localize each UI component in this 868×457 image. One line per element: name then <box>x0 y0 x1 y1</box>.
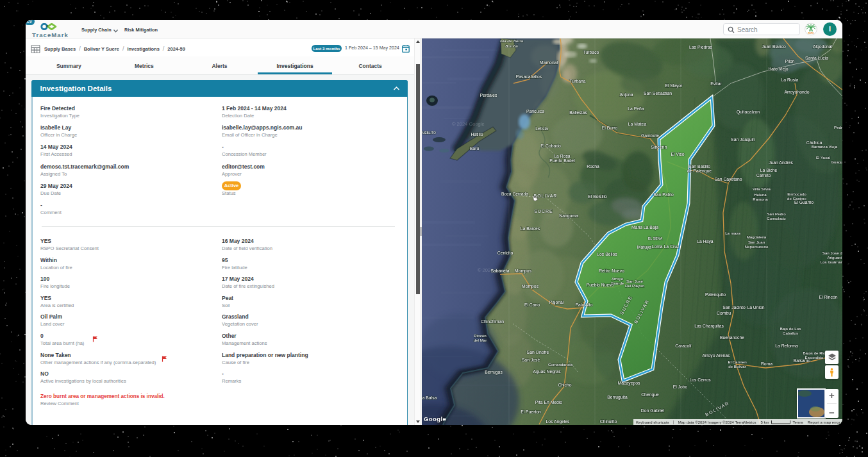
svg-text:San Onofre: San Onofre <box>527 350 549 354</box>
svg-text:Los Bellos: Los Bellos <box>597 252 617 256</box>
svg-text:La Rosa: La Rosa <box>554 154 571 158</box>
svg-text:Los Cerros: Los Cerros <box>689 378 711 382</box>
svg-text:El Jobo: El Jobo <box>673 385 688 389</box>
svg-text:Pedral: Pedral <box>834 125 842 129</box>
svg-text:de Bolivar: de Bolivar <box>728 364 746 369</box>
svg-text:RSPO: RSPO <box>808 32 814 35</box>
svg-text:San Sebastián: San Sebastián <box>644 91 672 96</box>
svg-text:Retiro Nuevo: Retiro Nuevo <box>599 269 624 273</box>
svg-text:El Rincón: El Rincón <box>819 295 837 299</box>
svg-text:Rocha: Rocha <box>587 164 599 169</box>
svg-text:Chengue: Chengue <box>641 392 659 397</box>
svg-text:Barú: Barú <box>470 146 480 151</box>
svg-text:Pita En Medio: Pita En Medio <box>535 400 563 404</box>
svg-text:Comandancia: Comandancia <box>548 362 573 367</box>
svg-text:Sincerín: Sincerín <box>651 145 667 149</box>
svg-text:Hato Viejo: Hato Viejo <box>768 67 788 72</box>
svg-text:Palenquito: Palenquito <box>705 292 726 297</box>
svg-text:Consolado: Consolado <box>767 216 786 220</box>
svg-text:El Mayor: El Mayor <box>665 83 683 88</box>
svg-text:El Viso: El Viso <box>671 152 684 156</box>
svg-text:Mamonal: Mamonal <box>540 60 558 65</box>
svg-text:Ariguaní: Ariguaní <box>827 255 842 260</box>
svg-text:San José de: San José de <box>822 251 842 255</box>
svg-text:Embocado: Embocado <box>787 192 806 196</box>
svg-text:El Carmen: El Carmen <box>728 360 747 364</box>
svg-text:Hatillo: Hatillo <box>471 132 483 137</box>
svg-text:Anjona: Anjona <box>619 92 633 97</box>
svg-text:El Bolsillo: El Bolsillo <box>588 194 607 199</box>
svg-text:San Pablo: San Pablo <box>653 192 674 197</box>
svg-text:El Guamo: El Guamo <box>794 200 814 204</box>
svg-text:Quitacalzon: Quitacalzon <box>737 110 760 115</box>
svg-text:La Union: La Union <box>747 305 764 310</box>
svg-text:Mompos: Mompos <box>515 269 532 274</box>
svg-text:del Mar: del Mar <box>474 338 487 342</box>
svg-text:La Rusia: La Rusia <box>781 78 799 82</box>
svg-text:BOLIVAR: BOLIVAR <box>534 194 558 198</box>
svg-text:El Burro: El Burro <box>602 126 618 130</box>
svg-text:Don Gabriel: Don Gabriel <box>641 408 665 413</box>
svg-text:La Matea: La Matea <box>628 122 647 126</box>
svg-text:Chinchiman: Chinchiman <box>481 319 504 324</box>
svg-text:Balsamo: Balsamo <box>794 358 811 363</box>
svg-text:Pilón: Pilón <box>785 59 794 63</box>
svg-text:Bajos de Rio: Bajos de Rio <box>803 351 826 355</box>
svg-text:SUCRE: SUCRE <box>534 209 553 213</box>
svg-text:EL PUEBLITO: EL PUEBLITO <box>420 131 436 135</box>
svg-text:Pajonal: Pajonal <box>549 300 564 305</box>
svg-text:Las Charquitas: Las Charquitas <box>694 324 724 329</box>
svg-text:Del Playon: Del Playon <box>625 283 644 288</box>
svg-text:San Jacinto: San Jacinto <box>722 305 746 310</box>
svg-text:Rincón: Rincón <box>474 333 487 338</box>
svg-text:Buenanoche: Buenanoche <box>720 335 744 340</box>
svg-text:San Juan: San Juan <box>748 240 765 244</box>
svg-text:Chicho: Chicho <box>558 383 571 387</box>
svg-text:Bajo de Los: Bajo de Los <box>780 326 801 331</box>
svg-text:Roma: Roma <box>761 361 772 366</box>
svg-text:El Yucal: El Yucal <box>816 155 830 160</box>
svg-text:Villa Silvia: Villa Silvia <box>753 187 771 191</box>
svg-text:La Barces: La Barces <box>521 226 540 231</box>
svg-text:Matuya: Matuya <box>637 245 652 250</box>
svg-text:La Biche: La Biche <box>760 168 778 172</box>
svg-text:Los Angeles: Los Angeles <box>546 419 570 424</box>
svg-text:Aguas Negras: Aguas Negras <box>533 369 561 374</box>
svg-text:Chinulito: Chinulito <box>600 419 617 424</box>
svg-text:Caballos: Caballos <box>783 331 798 335</box>
svg-text:Leticia: Leticia <box>535 126 548 131</box>
svg-text:San Joaquin: San Joaquin <box>731 137 755 142</box>
svg-text:Puerto Badel: Puerto Badel <box>549 158 575 163</box>
svg-text:El Puerton: El Puerton <box>521 410 541 414</box>
svg-text:Helena: Helena <box>754 192 767 197</box>
svg-text:Gambote: Gambote <box>641 133 659 138</box>
svg-text:Nepomuceno: Nepomuceno <box>745 244 769 249</box>
svg-text:Nanguma: Nanguma <box>559 213 578 219</box>
svg-text:Cenicita: Cenicita <box>497 251 513 255</box>
svg-text:Juan Blanco: Juan Blanco <box>762 44 786 49</box>
svg-text:El Cobado: El Cobado <box>540 144 561 148</box>
svg-text:Macayepos: Macayepos <box>618 381 640 386</box>
svg-text:Pueblo Nuevo: Pueblo Nuevo <box>587 283 614 287</box>
svg-text:Ramona: Ramona <box>753 197 768 201</box>
svg-text:La Peña: La Peña <box>628 106 644 111</box>
svg-text:a Balsa: a Balsa <box>422 395 437 400</box>
svg-text:Palo Alto: Palo Alto <box>576 303 593 307</box>
svg-text:Isla de Tierra: Isla de Tierra <box>500 38 524 43</box>
svg-text:Pasacaballos: Pasacaballos <box>516 74 542 79</box>
svg-text:San Basilio: San Basilio <box>689 164 710 169</box>
svg-text:Magdalena: Magdalena <box>747 235 767 239</box>
svg-text:Paricuica: Paricuica <box>526 109 544 113</box>
svg-text:San Cayetano: San Cayetano <box>714 177 742 182</box>
svg-text:Evitar: Evitar <box>710 81 722 86</box>
svg-text:San Pedro: San Pedro <box>767 212 786 216</box>
svg-text:Bombá: Bombá <box>505 44 518 48</box>
svg-text:EL SENA: EL SENA <box>648 237 663 240</box>
svg-text:Ballestas: Ballestas <box>569 110 587 115</box>
svg-text:Berruguita: Berruguita <box>607 395 628 400</box>
svg-text:Mompos: Mompos <box>522 284 539 289</box>
svg-text:Turbaco: Turbaco <box>583 50 599 54</box>
svg-text:Los Guámaros: Los Guámaros <box>821 260 842 264</box>
svg-text:Guaquirí: Guaquirí <box>831 160 842 164</box>
svg-text:El Cano: El Cano <box>524 303 540 307</box>
